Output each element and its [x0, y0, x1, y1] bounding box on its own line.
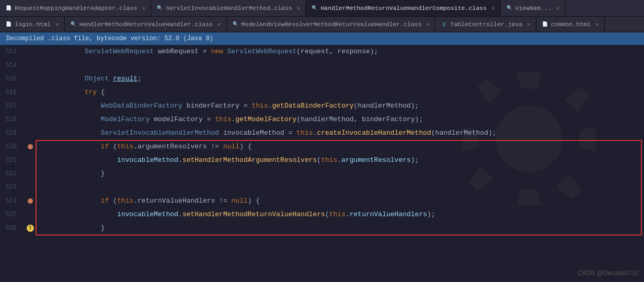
tab-close-6[interactable]: ✕	[217, 21, 221, 28]
line-number: 526	[0, 221, 25, 235]
tab-label-8: TableController.java	[450, 21, 522, 28]
table-row: 514	[0, 58, 644, 72]
gutter-526: !	[25, 225, 36, 232]
line-number: 519	[0, 126, 25, 140]
table-row: 515 Object result;	[0, 72, 644, 86]
tab-model-view-resolver[interactable]: 🔍 ModelAndViewResolverMethodReturnValueH…	[227, 17, 436, 32]
tab-bar-row1: 📄 RequestMappingHandlerAdapter.class ✕ 🔍…	[0, 0, 644, 17]
line-content-514	[36, 58, 644, 72]
tab-label-1: RequestMappingHandlerAdapter.class	[15, 5, 137, 11]
line-content-513: ServletWebRequest webRequest = new Servl…	[36, 45, 644, 58]
line-content-518: ModelFactory modelFactory = this.getMode…	[36, 113, 644, 126]
table-row: 524 if (this.returnValueHandlers != null…	[0, 194, 644, 208]
line-number: 514	[0, 58, 25, 72]
tab-close-4[interactable]: ✕	[556, 5, 560, 11]
tab-icon-8: C	[441, 21, 447, 28]
line-number: 516	[0, 86, 25, 99]
line-number: 515	[0, 72, 25, 86]
line-content-522: }	[36, 167, 644, 181]
table-row: 516 try {	[0, 86, 644, 99]
tab-icon-6: 🔍	[70, 21, 77, 28]
line-content-526: }	[36, 221, 644, 235]
info-text: Decompiled .class file, bytecode version…	[6, 35, 213, 42]
tab-common[interactable]: 📄 common.html ✕	[536, 17, 605, 32]
line-content-524: if (this.returnValueHandlers != null) {	[36, 194, 644, 208]
line-content-523	[36, 181, 644, 194]
line-number: 522	[0, 167, 25, 181]
tab-bar-row2: 📄 login.html ✕ 🔍 HandlerMethodReturnValu…	[0, 17, 644, 32]
table-row: 513 ServletWebRequest webRequest = new S…	[0, 45, 644, 58]
tab-label-9: common.html	[551, 21, 591, 28]
line-content-515: Object result;	[36, 72, 644, 86]
table-row: 520 if (this.argumentResolvers != null) …	[0, 140, 644, 154]
tab-icon-5: 📄	[5, 21, 12, 28]
tab-close-2[interactable]: ✕	[297, 5, 301, 11]
line-number: 520	[0, 140, 25, 154]
line-number: 523	[0, 181, 25, 194]
tab-icon-2: 🔍	[156, 5, 163, 11]
tab-close-8[interactable]: ✕	[527, 21, 531, 28]
gutter-524	[25, 198, 36, 204]
tab-close-3[interactable]: ✕	[491, 5, 495, 11]
tab-label-2: ServletInvocableHandlerMethod.class	[166, 5, 292, 11]
tab-servlet-invocable[interactable]: 🔍 ServletInvocableHandlerMethod.class ✕	[151, 0, 306, 16]
line-number: 513	[0, 45, 25, 58]
watermark: CSDN @Decade0712	[577, 269, 639, 277]
table-row: 526 ! }	[0, 221, 644, 235]
tab-label-5: login.html	[15, 21, 51, 28]
tab-label-4: ViewNam...	[515, 5, 551, 11]
table-row: 523	[0, 181, 644, 194]
table-row: 522 }	[0, 167, 644, 181]
table-row: 521 invocableMethod.setHandlerMethodArgu…	[0, 154, 644, 167]
gutter-520	[25, 144, 36, 149]
line-number: 518	[0, 113, 25, 126]
line-number: 525	[0, 208, 25, 221]
tab-handler-return-value[interactable]: 🔍 HandlerMethodReturnValueHandler.class …	[65, 17, 227, 32]
table-row: 517 WebDataBinderFactory binderFactory =…	[0, 99, 644, 113]
line-content-521: invocableMethod.setHandlerMethodArgument…	[36, 154, 644, 167]
tab-icon-4: 🔍	[506, 5, 513, 11]
line-content-525: invocableMethod.setHandlerMethodReturnVa…	[36, 208, 644, 221]
line-content-520: if (this.argumentResolvers != null) {	[36, 140, 644, 154]
line-number: 517	[0, 99, 25, 113]
tab-close-7[interactable]: ✕	[427, 21, 430, 28]
tab-label-3: HandlerMethodReturnValueHandlerComposite…	[320, 5, 486, 11]
tab-close-5[interactable]: ✕	[55, 21, 59, 28]
table-row: 518 ModelFactory modelFactory = this.get…	[0, 113, 644, 126]
line-content-516: try {	[36, 86, 644, 99]
tab-handler-composite[interactable]: 🔍 HandlerMethodReturnValueHandlerComposi…	[306, 0, 500, 16]
code-area[interactable]: 513 ServletWebRequest webRequest = new S…	[0, 45, 644, 282]
tab-close-9[interactable]: ✕	[595, 21, 599, 28]
tab-close-1[interactable]: ✕	[142, 5, 146, 11]
tab-table-controller[interactable]: C TableController.java ✕	[435, 17, 536, 32]
info-bar: Decompiled .class file, bytecode version…	[0, 32, 644, 45]
tab-request-mapping[interactable]: 📄 RequestMappingHandlerAdapter.class ✕	[0, 0, 151, 16]
tab-icon-1: 📄	[5, 5, 12, 11]
line-content-519: ServletInvocableHandlerMethod invocableM…	[36, 126, 644, 140]
line-number: 524	[0, 194, 25, 208]
tab-label-7: ModelAndViewResolverMethodReturnValueHan…	[242, 21, 422, 28]
tab-icon-7: 🔍	[232, 21, 239, 28]
tab-login[interactable]: 📄 login.html ✕	[0, 17, 65, 32]
warning-icon: !	[27, 225, 34, 232]
code-lines: 513 ServletWebRequest webRequest = new S…	[0, 45, 644, 235]
line-content-517: WebDataBinderFactory binderFactory = thi…	[36, 99, 644, 113]
line-number: 521	[0, 154, 25, 167]
tab-label-6: HandlerMethodReturnValueHandler.class	[79, 21, 213, 28]
table-row: 519 ServletInvocableHandlerMethod invoca…	[0, 126, 644, 140]
table-row: 525 invocableMethod.setHandlerMethodRetu…	[0, 208, 644, 221]
tab-icon-3: 🔍	[311, 5, 318, 11]
tab-icon-9: 📄	[542, 21, 548, 28]
tab-viewnam[interactable]: 🔍 ViewNam... ✕	[501, 0, 566, 16]
